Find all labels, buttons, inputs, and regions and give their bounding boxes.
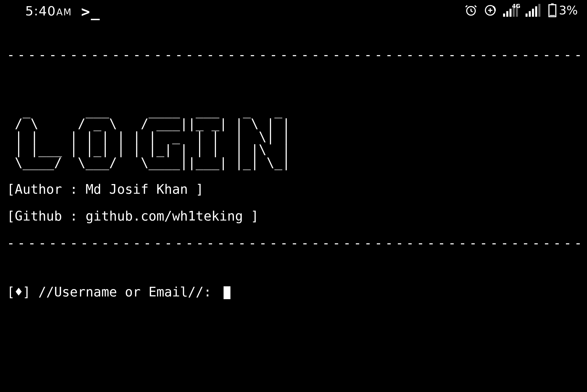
clock-time: 5:40 (25, 4, 56, 18)
battery-indicator: 3% (548, 4, 578, 17)
clock: 5:40AM (25, 4, 72, 18)
status-left: 5:40AM >_ (25, 2, 101, 19)
status-right: 4G 3% (464, 4, 578, 17)
prompt-label: [♦] //Username or Email//: (7, 285, 220, 299)
text-cursor[interactable] (224, 286, 230, 299)
svg-rect-7 (526, 14, 528, 17)
status-bar: 5:40AM >_ (0, 0, 587, 21)
cellular-signal-1-icon: 4G (503, 4, 519, 17)
svg-rect-8 (529, 11, 531, 17)
terminal-output[interactable]: ----------------------------------------… (0, 21, 587, 312)
separator-bottom: ----------------------------------------… (7, 236, 580, 250)
terminal-app-icon: >_ (81, 3, 101, 20)
svg-rect-11 (538, 4, 540, 17)
svg-rect-9 (532, 9, 534, 17)
alarm-icon (464, 4, 478, 17)
svg-rect-10 (535, 6, 537, 17)
cellular-signal-2-icon (526, 4, 542, 17)
svg-rect-4 (510, 9, 512, 17)
svg-rect-14 (550, 15, 555, 16)
author-line: [Author : Md Josif Khan ] (7, 182, 580, 196)
prompt-row[interactable]: [♦] //Username or Email//: (7, 285, 580, 299)
clock-ampm: AM (56, 7, 72, 18)
svg-rect-13 (549, 5, 556, 17)
separator-top: ----------------------------------------… (7, 48, 580, 62)
github-line: [Github : github.com/wh1teking ] (7, 209, 580, 223)
svg-rect-3 (506, 11, 508, 17)
network-type-label: 4G (512, 3, 520, 10)
ascii-art-banner: _ ___ ____ ___ _ _ / \ / _ \ / ___||_ _|… (7, 104, 580, 169)
svg-rect-2 (503, 14, 505, 17)
data-saver-icon (484, 4, 497, 17)
battery-icon (548, 4, 557, 17)
battery-percent: 3% (559, 4, 578, 17)
